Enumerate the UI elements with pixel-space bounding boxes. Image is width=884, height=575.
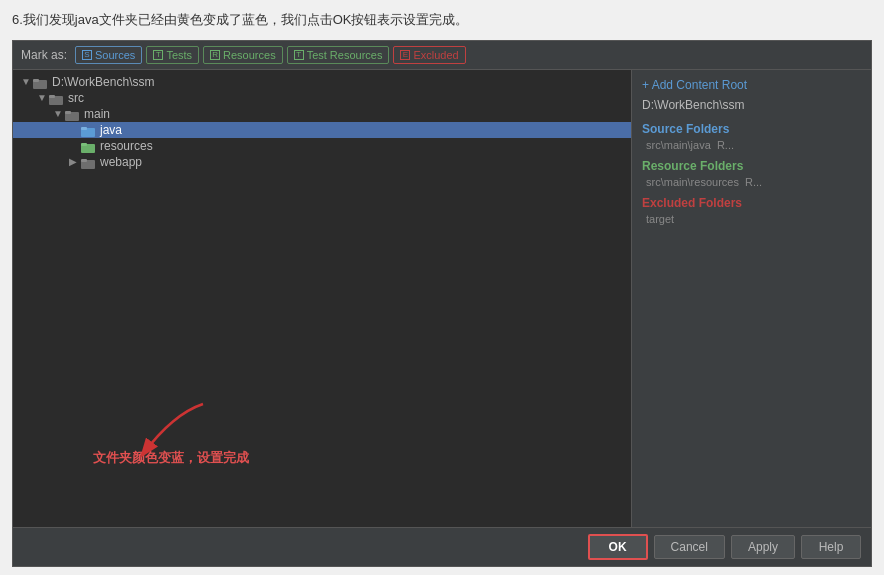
tree-panel[interactable]: ▼ D:\WorkBench\ssm ▼ src	[13, 70, 631, 528]
sources-icon: S	[82, 50, 92, 60]
excluded-button[interactable]: E Excluded	[393, 46, 465, 64]
test-resources-button[interactable]: T Test Resources	[287, 46, 390, 64]
red-arrow-svg	[73, 394, 233, 484]
folder-icon-resources	[81, 140, 97, 152]
sources-label: Sources	[95, 49, 135, 61]
folder-icon-root	[33, 76, 49, 88]
java-label: java	[100, 123, 122, 137]
svg-rect-3	[49, 95, 55, 98]
expand-arrow-src: ▼	[37, 92, 49, 103]
source-path-text: src\main\java	[646, 139, 711, 151]
expand-arrow-root: ▼	[21, 76, 33, 87]
help-button[interactable]: Help	[801, 535, 861, 559]
resource-folders-label: Resource Folders	[642, 159, 861, 173]
resource-path-text: src\main\resources	[646, 176, 739, 188]
svg-rect-5	[65, 111, 71, 114]
excluded-icon: E	[400, 50, 410, 60]
resource-path-suffix: R...	[745, 176, 762, 188]
right-panel: + Add Content Root D:\WorkBench\ssm Sour…	[631, 70, 871, 528]
test-resources-label: Test Resources	[307, 49, 383, 61]
svg-rect-1	[33, 79, 39, 82]
top-description: 6.我们发现java文件夹已经由黄色变成了蓝色，我们点击OK按钮表示设置完成。	[12, 10, 872, 30]
tests-label: Tests	[166, 49, 192, 61]
ok-button[interactable]: OK	[588, 534, 648, 560]
apply-button[interactable]: Apply	[731, 535, 795, 559]
folder-icon-main	[65, 108, 81, 120]
main-content: ▼ D:\WorkBench\ssm ▼ src	[13, 70, 871, 528]
tree-item-main[interactable]: ▼ main	[13, 106, 631, 122]
resources-button[interactable]: R Resources	[203, 46, 283, 64]
cancel-button[interactable]: Cancel	[654, 535, 725, 559]
source-path-suffix: R...	[717, 139, 734, 151]
root-label: D:\WorkBench\ssm	[52, 75, 154, 89]
expand-arrow-main: ▼	[53, 108, 65, 119]
svg-rect-9	[81, 143, 87, 146]
resources-label: Resources	[223, 49, 276, 61]
mark-as-bar: Mark as: S Sources T Tests R Resources T…	[13, 41, 871, 70]
excluded-path: target	[642, 213, 861, 225]
source-path: src\main\java R...	[642, 139, 861, 151]
svg-rect-7	[81, 127, 87, 130]
test-resources-icon: T	[294, 50, 304, 60]
add-content-root-button[interactable]: + Add Content Root	[642, 78, 861, 92]
button-bar: OK Cancel Apply Help	[13, 527, 871, 566]
dialog-container: Mark as: S Sources T Tests R Resources T…	[12, 40, 872, 568]
tests-icon: T	[153, 50, 163, 60]
tree-item-java[interactable]: java	[13, 122, 631, 138]
folder-icon-webapp	[81, 156, 97, 168]
sources-button[interactable]: S Sources	[75, 46, 142, 64]
svg-rect-11	[81, 159, 87, 162]
folder-icon-src	[49, 92, 65, 104]
page-wrapper: 6.我们发现java文件夹已经由黄色变成了蓝色，我们点击OK按钮表示设置完成。 …	[0, 0, 884, 575]
tree-item-resources[interactable]: resources	[13, 138, 631, 154]
excluded-folders-label: Excluded Folders	[642, 196, 861, 210]
webapp-label: webapp	[100, 155, 142, 169]
src-label: src	[68, 91, 84, 105]
source-folders-label: Source Folders	[642, 122, 861, 136]
tests-button[interactable]: T Tests	[146, 46, 199, 64]
main-label: main	[84, 107, 110, 121]
resources-label: resources	[100, 139, 153, 153]
resource-path: src\main\resources R...	[642, 176, 861, 188]
annotation-overlay: 文件夹颜色变蓝，设置完成	[73, 394, 249, 467]
root-path-label: D:\WorkBench\ssm	[642, 98, 861, 112]
excluded-label: Excluded	[413, 49, 458, 61]
expand-arrow-webapp: ▶	[69, 156, 81, 167]
tree-item-src[interactable]: ▼ src	[13, 90, 631, 106]
tree-item-webapp[interactable]: ▶ webapp	[13, 154, 631, 170]
resources-icon: R	[210, 50, 220, 60]
tree-item-root[interactable]: ▼ D:\WorkBench\ssm	[13, 74, 631, 90]
mark-as-label: Mark as:	[21, 48, 67, 62]
annotation-text: 文件夹颜色变蓝，设置完成	[93, 450, 249, 465]
folder-icon-java	[81, 124, 97, 136]
